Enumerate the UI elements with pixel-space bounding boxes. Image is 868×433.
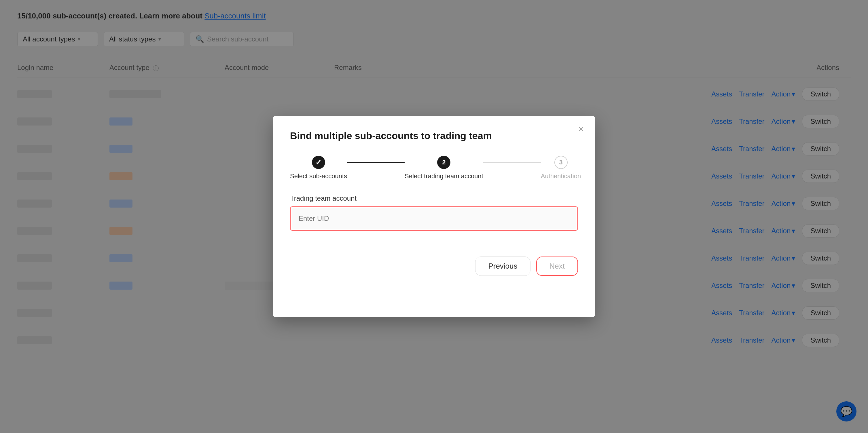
- step-2: 2 Select trading team account: [405, 156, 483, 180]
- step-1-label: Select sub-accounts: [290, 173, 347, 180]
- modal-close-button[interactable]: ×: [578, 124, 584, 133]
- step-1-circle: ✓: [312, 156, 325, 169]
- uid-input-wrapper: [290, 207, 578, 230]
- step-1: ✓ Select sub-accounts: [290, 156, 347, 180]
- step-3-circle: 3: [554, 156, 568, 169]
- form-section: Trading team account: [290, 194, 578, 230]
- modal-title: Bind multiple sub-accounts to trading te…: [290, 130, 578, 142]
- step-3: 3 Authentication: [541, 156, 581, 180]
- step-3-label: Authentication: [541, 173, 581, 180]
- step-line-2-3: [483, 162, 541, 163]
- uid-input[interactable]: [292, 208, 576, 229]
- field-label: Trading team account: [290, 194, 578, 203]
- step-line-1-2: [347, 162, 405, 163]
- step-2-label: Select trading team account: [405, 173, 483, 180]
- modal-footer: Previous Next: [290, 248, 578, 276]
- modal-dialog: × Bind multiple sub-accounts to trading …: [273, 116, 595, 317]
- stepper: ✓ Select sub-accounts 2 Select trading t…: [290, 156, 578, 180]
- step-2-circle: 2: [437, 156, 451, 169]
- modal-overlay: × Bind multiple sub-accounts to trading …: [0, 0, 868, 433]
- next-button[interactable]: Next: [536, 256, 578, 276]
- previous-button[interactable]: Previous: [475, 256, 530, 276]
